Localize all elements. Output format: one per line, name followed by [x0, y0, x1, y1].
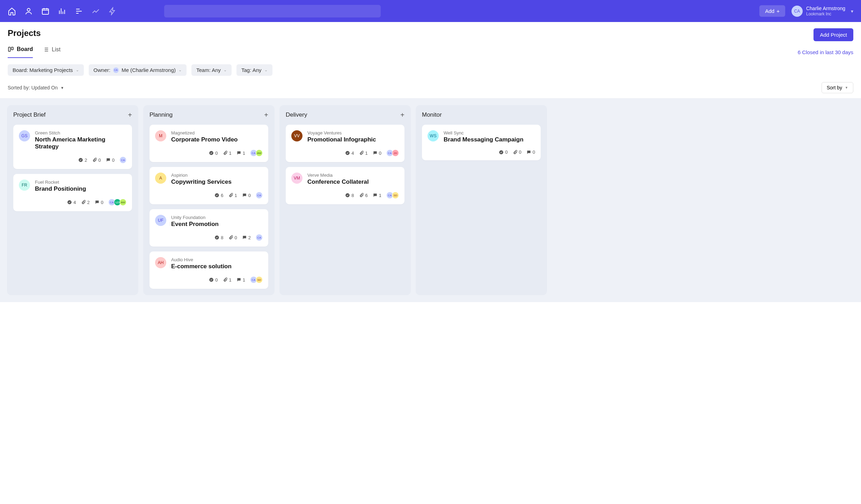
- closed-link[interactable]: 6 Closed in last 30 days: [798, 49, 853, 55]
- card-title: Brand Messaging Campaign: [444, 136, 524, 143]
- project-card[interactable]: AHAudio HiveE-commerce solution011CASD: [149, 251, 268, 289]
- nav-icons: [8, 7, 117, 15]
- card-stats: 802CA: [155, 234, 263, 241]
- stat-comments-value: 2: [248, 235, 251, 240]
- client-avatar: UF: [155, 215, 166, 226]
- project-card[interactable]: VVVoyage VenturesPromotional Infographic…: [286, 125, 404, 162]
- svg-point-4: [79, 158, 83, 162]
- assignees: CA: [119, 156, 126, 163]
- stat-comments-value: 0: [379, 151, 381, 156]
- stat-comments: 1: [373, 193, 381, 198]
- stat-attachments-value: 2: [87, 200, 90, 205]
- client-avatar: VM: [291, 173, 302, 184]
- stat-checks-value: 4: [73, 200, 76, 205]
- home-icon[interactable]: [8, 7, 16, 15]
- card-client: Aspirion: [171, 173, 232, 178]
- filter-board-label: Board: Marketing Projects: [13, 67, 73, 73]
- project-card[interactable]: GSGreen StitchNorth America Marketing St…: [13, 125, 132, 169]
- svg-point-12: [499, 150, 503, 154]
- trend-icon[interactable]: [92, 7, 100, 15]
- person-icon[interactable]: [24, 7, 33, 15]
- project-card[interactable]: UFUnity FoundationEvent Promotion802CA: [149, 209, 268, 247]
- filter-board[interactable]: Board: Marketing Projects⌄: [8, 64, 84, 76]
- topbar: Add+ CA Charlie Armstrong Lookmark Inc ▾: [0, 0, 861, 22]
- add-project-button[interactable]: Add Project: [813, 28, 853, 41]
- column-title: Delivery: [286, 111, 307, 118]
- column-header: Delivery+: [286, 111, 404, 118]
- assignee-avatar: SD: [392, 192, 399, 199]
- stat-checks-value: 0: [215, 151, 218, 156]
- list-icon[interactable]: [75, 7, 83, 15]
- client-avatar: VV: [291, 130, 302, 141]
- stat-checks: 0: [499, 149, 508, 155]
- card-title: Promotional Infographic: [307, 136, 376, 143]
- tab-board-label: Board: [17, 46, 33, 52]
- topbar-right: Add+ CA Charlie Armstrong Lookmark Inc ▾: [759, 5, 853, 17]
- assignees: CA: [256, 234, 263, 241]
- project-card[interactable]: MMagnetizedCorporate Promo Video011CAAW: [149, 125, 268, 162]
- assignee-avatar: JH: [392, 149, 399, 156]
- stat-checks: 8: [345, 193, 354, 198]
- stat-comments: 0: [106, 158, 115, 163]
- svg-point-10: [345, 151, 350, 155]
- client-avatar: WS: [428, 130, 439, 141]
- project-card[interactable]: FRFuel RocketBrand Positioning420CALDAW: [13, 174, 132, 211]
- tab-board[interactable]: Board: [8, 46, 33, 58]
- column-title: Monitor: [422, 111, 442, 118]
- column-add-button[interactable]: +: [264, 111, 268, 118]
- svg-point-11: [345, 193, 350, 197]
- svg-point-6: [209, 151, 213, 155]
- calendar-icon[interactable]: [41, 7, 50, 15]
- bolt-icon[interactable]: [108, 7, 117, 15]
- client-avatar: GS: [19, 130, 30, 141]
- page-header: Projects Add Project: [0, 22, 861, 41]
- column-add-button[interactable]: +: [400, 111, 404, 118]
- sorted-by-label: Sorted by: Updated On: [8, 85, 58, 90]
- card-stats: 200CA: [19, 156, 126, 163]
- card-stats: 000: [428, 149, 535, 155]
- chart-icon[interactable]: [58, 7, 66, 15]
- card-client: Audio Hive: [171, 257, 232, 262]
- sorted-by-text[interactable]: Sorted by: Updated On▼: [8, 85, 64, 90]
- column-header: Planning+: [149, 111, 268, 118]
- stat-checks-value: 0: [215, 277, 218, 283]
- stat-comments: 2: [242, 235, 251, 240]
- project-card[interactable]: AAspirionCopywriting Services610CA: [149, 167, 268, 204]
- caret-down-icon: ▼: [845, 86, 848, 89]
- stat-comments: 0: [526, 149, 535, 155]
- sort-by-button[interactable]: Sort by▼: [822, 82, 853, 93]
- profile-menu[interactable]: CA Charlie Armstrong Lookmark Inc ▾: [791, 6, 853, 17]
- stat-attachments: 0: [228, 235, 237, 240]
- column-header: Monitor: [422, 111, 541, 118]
- stat-comments-value: 1: [243, 277, 245, 283]
- add-button-label: Add: [765, 8, 774, 14]
- card-client: Magnetized: [171, 130, 238, 136]
- board-icon: [8, 46, 14, 52]
- svg-point-9: [209, 278, 213, 282]
- card-title: Copywriting Services: [171, 178, 232, 185]
- column-title: Planning: [149, 111, 173, 118]
- svg-point-8: [215, 235, 219, 240]
- project-card[interactable]: VMVerve MediaConference Collateral861CAS…: [286, 167, 404, 204]
- chevron-down-icon: ⌄: [224, 68, 227, 72]
- stat-checks: 0: [209, 151, 218, 156]
- column-add-button[interactable]: +: [128, 111, 132, 118]
- search-input[interactable]: [164, 5, 381, 17]
- project-card[interactable]: WSWell SyncBrand Messaging Campaign000: [422, 125, 541, 160]
- filter-team[interactable]: Team: Any⌄: [191, 64, 232, 76]
- tab-list[interactable]: List: [43, 46, 60, 58]
- assignee-avatar: CA: [119, 156, 126, 163]
- stat-checks: 2: [78, 158, 87, 163]
- filter-owner[interactable]: Owner:CAMe (Charlie Armstrong)⌄: [89, 64, 187, 76]
- card-title: E-commerce solution: [171, 263, 232, 270]
- avatar: CA: [791, 6, 803, 17]
- assignees: CA: [256, 192, 263, 199]
- caret-down-icon: ▼: [60, 86, 64, 90]
- tab-list-label: List: [52, 46, 60, 53]
- stat-checks-value: 2: [85, 158, 87, 163]
- add-button[interactable]: Add+: [759, 5, 785, 17]
- stat-comments: 0: [242, 193, 251, 198]
- board-column: Project Brief+GSGreen StitchNorth Americ…: [7, 105, 138, 295]
- chevron-down-icon: ⌄: [264, 68, 268, 72]
- filter-tag[interactable]: Tag: Any⌄: [236, 64, 272, 76]
